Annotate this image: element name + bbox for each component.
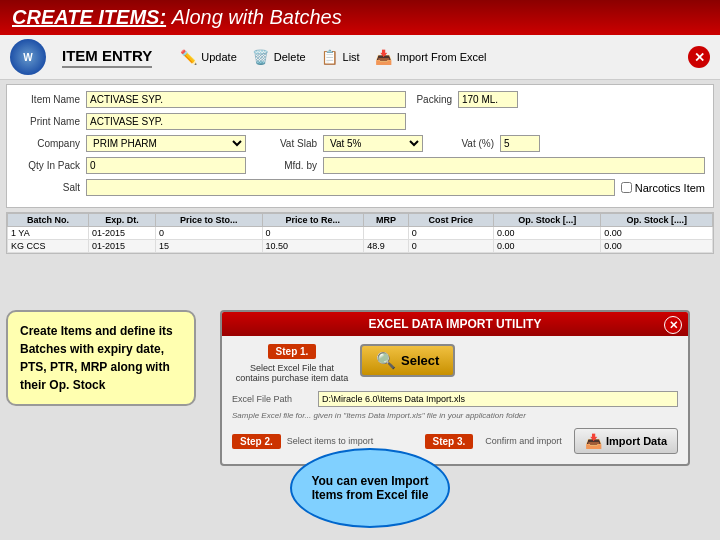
- import-excel-button[interactable]: 📥 Import From Excel: [374, 47, 487, 67]
- table-row[interactable]: 1 YA 01-2015 0 0 0 0.00 0.00: [8, 227, 713, 240]
- step2-desc: Select items to import: [287, 436, 419, 446]
- excel-steps-row: Step 1. Select Excel File that contains …: [222, 336, 688, 391]
- batch-table-wrapper: Batch No. Exp. Dt. Price to Sto... Price…: [6, 212, 714, 254]
- print-name-input[interactable]: [86, 113, 406, 130]
- mfd-input[interactable]: [323, 157, 705, 174]
- company-label: Company: [15, 138, 80, 149]
- import-data-icon: 📥: [585, 433, 602, 449]
- callout-left: Create Items and define its Batches with…: [6, 310, 196, 406]
- step1-label: Step 1.: [268, 344, 317, 359]
- item-name-row: Item Name Packing: [15, 91, 705, 108]
- mfd-label: Mfd. by: [252, 160, 317, 171]
- narcotics-checkbox[interactable]: [621, 182, 632, 193]
- item-name-input[interactable]: [86, 91, 406, 108]
- step3-desc: Confirm and import: [485, 436, 562, 446]
- delete-icon: 🗑️: [251, 47, 271, 67]
- salt-label: Salt: [15, 182, 80, 193]
- list-button[interactable]: 📋 List: [320, 47, 360, 67]
- item-form: Item Name Packing Print Name Company PRI…: [6, 84, 714, 208]
- col-price-sto: Price to Sto...: [155, 214, 262, 227]
- item-name-label: Item Name: [15, 94, 80, 105]
- page-title: CREATE ITEMS: Along with Batches: [12, 6, 342, 29]
- table-row[interactable]: KG CCS 01-2015 15 10.50 48.9 0 0.00 0.00: [8, 240, 713, 253]
- excel-close-button[interactable]: ✕: [664, 316, 682, 334]
- excel-panel-header: EXCEL DATA IMPORT UTILITY ✕: [222, 312, 688, 336]
- file-path-label: Excel File Path: [232, 394, 312, 404]
- print-name-label: Print Name: [15, 116, 80, 127]
- app-logo: W: [10, 39, 46, 75]
- company-select[interactable]: PRIM PHARM: [86, 135, 246, 152]
- col-cost-price: Cost Price: [408, 214, 493, 227]
- delete-button[interactable]: 🗑️ Delete: [251, 47, 306, 67]
- salt-input[interactable]: [86, 179, 615, 196]
- print-name-row: Print Name: [15, 113, 705, 130]
- file-path-input[interactable]: [318, 391, 678, 407]
- search-icon: 🔍: [376, 351, 396, 370]
- col-price-re: Price to Re...: [262, 214, 364, 227]
- col-op-stock1: Op. Stock [...]: [493, 214, 600, 227]
- section-title: ITEM ENTRY: [62, 47, 152, 68]
- qty-input[interactable]: [86, 157, 246, 174]
- salt-row: Salt Narcotics Item: [15, 179, 705, 196]
- narcotics-label: Narcotics Item: [635, 182, 705, 194]
- col-batch-no: Batch No.: [8, 214, 89, 227]
- qty-row: Qty In Pack Mfd. by: [15, 157, 705, 174]
- step2-label: Step 2.: [232, 434, 281, 449]
- col-exp-dt: Exp. Dt.: [88, 214, 155, 227]
- import-icon: 📥: [374, 47, 394, 67]
- vat-slab-label: Vat Slab: [252, 138, 317, 149]
- toolbar: ✏️ Update 🗑️ Delete 📋 List 📥 Import From…: [178, 47, 486, 67]
- packing-label: Packing: [412, 94, 452, 105]
- import-data-button[interactable]: 📥 Import Data: [574, 428, 678, 454]
- step3-label: Step 3.: [425, 434, 474, 449]
- main-close-button[interactable]: ✕: [688, 46, 710, 68]
- packing-input[interactable]: [458, 91, 518, 108]
- company-row: Company PRIM PHARM Vat Slab Vat 5% Vat (…: [15, 135, 705, 152]
- select-file-button[interactable]: 🔍 Select: [360, 344, 455, 377]
- vat-pct-label: Vat (%): [429, 138, 494, 149]
- narcotics-area: Narcotics Item: [621, 182, 705, 194]
- col-mrp: MRP: [364, 214, 409, 227]
- vat-pct-input[interactable]: [500, 135, 540, 152]
- update-icon: ✏️: [178, 47, 198, 67]
- update-button[interactable]: ✏️ Update: [178, 47, 236, 67]
- file-path-row: Excel File Path: [222, 391, 688, 407]
- sample-note: Sample Excel file for... given in "Items…: [222, 411, 688, 424]
- excel-import-panel: EXCEL DATA IMPORT UTILITY ✕ Step 1. Sele…: [220, 310, 690, 466]
- step2-3-row: Step 2. Select items to import Step 3. C…: [222, 424, 688, 454]
- item-entry-bar: W ITEM ENTRY ✏️ Update 🗑️ Delete 📋 List …: [0, 35, 720, 80]
- col-op-stock2: Op. Stock [....]: [601, 214, 713, 227]
- qty-label: Qty In Pack: [15, 160, 80, 171]
- vat-slab-select[interactable]: Vat 5%: [323, 135, 423, 152]
- app-header: CREATE ITEMS: Along with Batches: [0, 0, 720, 35]
- step1-desc: Select Excel File that contains purchase…: [232, 363, 352, 383]
- step1-block: Step 1. Select Excel File that contains …: [232, 344, 352, 383]
- list-icon: 📋: [320, 47, 340, 67]
- batch-table: Batch No. Exp. Dt. Price to Sto... Price…: [7, 213, 713, 253]
- callout-right: You can even Import Items from Excel fil…: [290, 448, 450, 528]
